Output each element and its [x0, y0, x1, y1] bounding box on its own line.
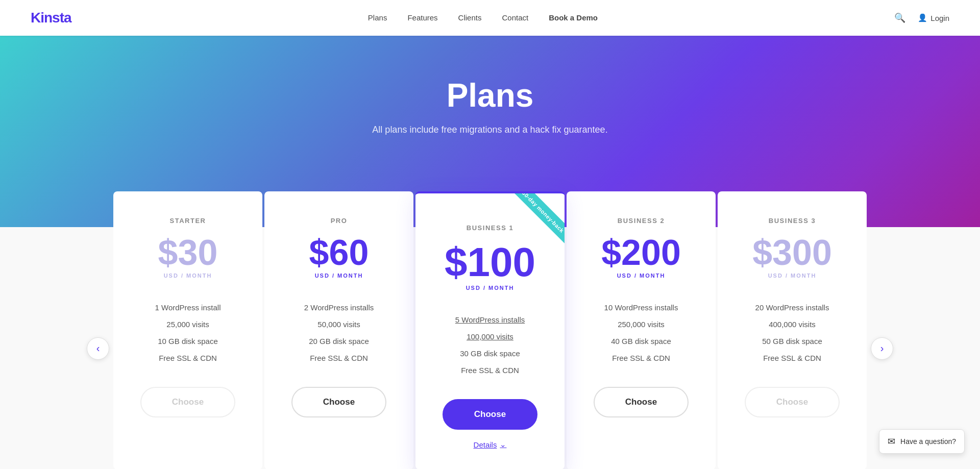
nav-links: Plans Features Clients Contact Book a De… — [368, 13, 598, 22]
list-item: 50 GB disk space — [733, 333, 851, 350]
nav-clients[interactable]: Clients — [458, 13, 482, 22]
carousel-next-button[interactable]: › — [871, 337, 893, 360]
plan-card-pro: PRO $60 USD / MONTH 2 WordPress installs… — [264, 191, 413, 469]
list-item: 2 WordPress installs — [280, 299, 398, 316]
plan-price-business3: $300 — [733, 235, 851, 270]
list-item: Free SSL & CDN — [582, 350, 700, 366]
list-item: Free SSL & CDN — [431, 362, 549, 379]
plan-price-starter: $30 — [129, 235, 247, 270]
choose-button-business1[interactable]: Choose — [443, 399, 537, 430]
plan-price-pro: $60 — [280, 235, 398, 270]
search-button[interactable]: 🔍 — [894, 12, 905, 23]
nav-contact[interactable]: Contact — [502, 13, 528, 22]
logo-text: Kinsta — [31, 10, 71, 26]
list-item: 250,000 visits — [582, 316, 700, 333]
list-item: 40 GB disk space — [582, 333, 700, 350]
chat-widget[interactable]: ✉ Have a question? — [879, 429, 965, 454]
plan-period-business2: USD / MONTH — [582, 273, 700, 279]
plan-card-starter: STARTER $30 USD / MONTH 1 WordPress inst… — [113, 191, 262, 469]
plan-features-pro: 2 WordPress installs 50,000 visits 20 GB… — [280, 299, 398, 366]
plan-period-business1: USD / MONTH — [431, 285, 549, 291]
chat-label: Have a question? — [900, 437, 956, 446]
plan-period-pro: USD / MONTH — [280, 273, 398, 279]
list-item: 100,000 visits — [431, 328, 549, 345]
nav-features[interactable]: Features — [407, 13, 437, 22]
plan-name-pro: PRO — [280, 217, 398, 225]
plan-name-starter: STARTER — [129, 217, 247, 225]
plan-period-business3: USD / MONTH — [733, 273, 851, 279]
nav-right: 🔍 👤 Login — [894, 12, 949, 23]
list-item: 20 GB disk space — [280, 333, 398, 350]
ribbon-text: 30-day money-back — [509, 193, 565, 245]
search-icon: 🔍 — [894, 13, 905, 23]
hero-title: Plans — [0, 77, 980, 114]
list-item: 10 WordPress installs — [582, 299, 700, 316]
chat-icon: ✉ — [888, 436, 895, 447]
user-icon: 👤 — [918, 13, 927, 22]
navbar: Kinsta Plans Features Clients Contact Bo… — [0, 0, 980, 36]
plan-features-business3: 20 WordPress installs 400,000 visits 50 … — [733, 299, 851, 366]
details-link[interactable]: Details ⌄ — [431, 440, 549, 449]
chevron-right-icon: › — [880, 342, 884, 354]
plan-name-business2: BUSINESS 2 — [582, 217, 700, 225]
list-item: Free SSL & CDN — [733, 350, 851, 366]
list-item: Free SSL & CDN — [129, 350, 247, 366]
plans-section: ‹ STARTER $30 USD / MONTH 1 WordPress in… — [0, 227, 980, 469]
plan-period-starter: USD / MONTH — [129, 273, 247, 279]
plan-features-business2: 10 WordPress installs 250,000 visits 40 … — [582, 299, 700, 366]
choose-button-pro[interactable]: Choose — [291, 387, 386, 417]
details-label: Details — [474, 440, 497, 449]
list-item: 1 WordPress install — [129, 299, 247, 316]
list-item: 50,000 visits — [280, 316, 398, 333]
choose-button-business2[interactable]: Choose — [594, 387, 689, 417]
list-item: Free SSL & CDN — [280, 350, 398, 366]
plan-card-business3: BUSINESS 3 $300 USD / MONTH 20 WordPress… — [718, 191, 867, 469]
list-item: 20 WordPress installs — [733, 299, 851, 316]
plan-price-business2: $200 — [582, 235, 700, 270]
choose-button-starter[interactable]: Choose — [140, 387, 235, 417]
plans-wrapper: ‹ STARTER $30 USD / MONTH 1 WordPress in… — [82, 227, 898, 469]
list-item: 5 WordPress installs — [431, 311, 549, 328]
choose-button-business3[interactable]: Choose — [745, 387, 840, 417]
chevron-down-icon: ⌄ — [500, 440, 506, 449]
ribbon: 30-day money-back — [503, 193, 565, 255]
chevron-left-icon: ‹ — [96, 342, 100, 354]
plan-features-starter: 1 WordPress install 25,000 visits 10 GB … — [129, 299, 247, 366]
plan-features-business1: 5 WordPress installs 100,000 visits 30 G… — [431, 311, 549, 379]
list-item: 10 GB disk space — [129, 333, 247, 350]
hero-subtitle: All plans include free migrations and a … — [0, 125, 980, 135]
list-item: 400,000 visits — [733, 316, 851, 333]
login-label: Login — [930, 14, 949, 22]
login-button[interactable]: 👤 Login — [918, 13, 949, 22]
list-item: 30 GB disk space — [431, 345, 549, 362]
list-item: 25,000 visits — [129, 316, 247, 333]
plan-card-business1: 30-day money-back BUSINESS 1 $100 USD / … — [415, 191, 565, 469]
nav-book-demo[interactable]: Book a Demo — [549, 13, 598, 22]
nav-plans[interactable]: Plans — [368, 13, 387, 22]
carousel-prev-button[interactable]: ‹ — [87, 337, 109, 360]
logo: Kinsta — [31, 10, 71, 26]
plan-card-business2: BUSINESS 2 $200 USD / MONTH 10 WordPress… — [567, 191, 716, 469]
plan-name-business3: BUSINESS 3 — [733, 217, 851, 225]
